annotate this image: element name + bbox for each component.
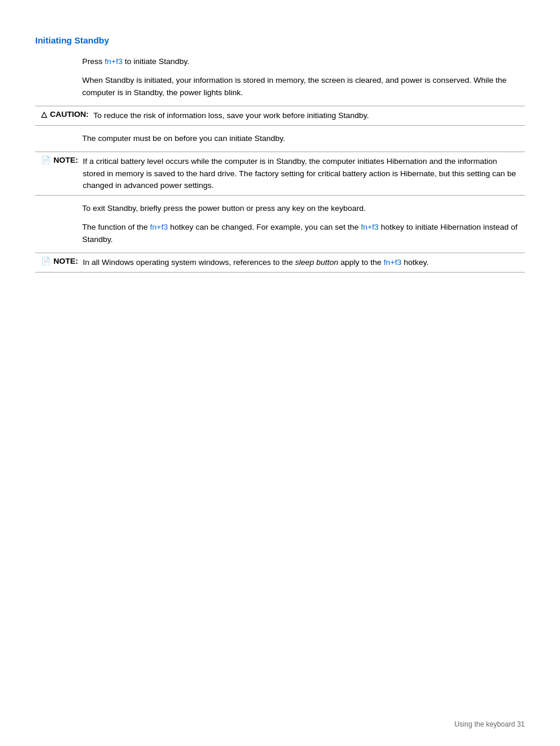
- para1-suffix: to initiate Standby.: [123, 57, 190, 66]
- note-2-label-text: NOTE:: [53, 257, 78, 266]
- note-page-icon: 📄: [41, 156, 50, 164]
- note-box-1: 📄 NOTE: If a critical battery level occu…: [35, 152, 525, 196]
- paragraph-3: The computer must be on before you can i…: [82, 133, 525, 145]
- section-title: Initiating Standby: [35, 35, 525, 45]
- caution-box: △ CAUTION: To reduce the risk of informa…: [35, 106, 525, 126]
- note-1-text: If a critical battery level occurs while…: [83, 156, 519, 191]
- para1-prefix: Press: [82, 57, 104, 66]
- fn-f3-link-4[interactable]: fn+f3: [384, 258, 402, 267]
- note2-after: hotkey.: [402, 258, 429, 267]
- caution-text: To reduce the risk of information loss, …: [93, 110, 369, 122]
- note2-italic: sleep button: [295, 258, 339, 267]
- note2-before: In all Windows operating system windows,…: [83, 258, 295, 267]
- note-box-2: 📄 NOTE: In all Windows operating system …: [35, 253, 525, 273]
- note-2-label: 📄 NOTE:: [41, 257, 78, 266]
- caution-label-text: CAUTION:: [50, 110, 89, 119]
- note-2-text: In all Windows operating system windows,…: [83, 257, 429, 268]
- fn-f3-link-1[interactable]: fn+f3: [104, 57, 122, 66]
- caution-triangle-icon: △: [41, 110, 47, 119]
- para5-before: The function of the: [82, 223, 150, 231]
- paragraph-4: To exit Standby, briefly press the power…: [82, 203, 525, 214]
- paragraph-5: The function of the fn+f3 hotkey can be …: [82, 221, 525, 246]
- note-1-label: 📄 NOTE:: [41, 156, 78, 164]
- caution-label: △ CAUTION:: [41, 110, 89, 119]
- paragraph-1: Press fn+f3 to initiate Standby.: [82, 56, 525, 68]
- note2-mid: apply to the: [338, 258, 383, 267]
- para5-mid: hotkey can be changed. For example, you …: [168, 223, 361, 231]
- fn-f3-link-2[interactable]: fn+f3: [150, 223, 168, 231]
- fn-f3-link-3[interactable]: fn+f3: [361, 223, 379, 231]
- note-1-label-text: NOTE:: [53, 156, 78, 164]
- page-footer: Using the keyboard 31: [454, 720, 525, 728]
- note-page-icon-2: 📄: [41, 257, 50, 266]
- paragraph-2: When Standby is initiated, your informat…: [82, 75, 525, 99]
